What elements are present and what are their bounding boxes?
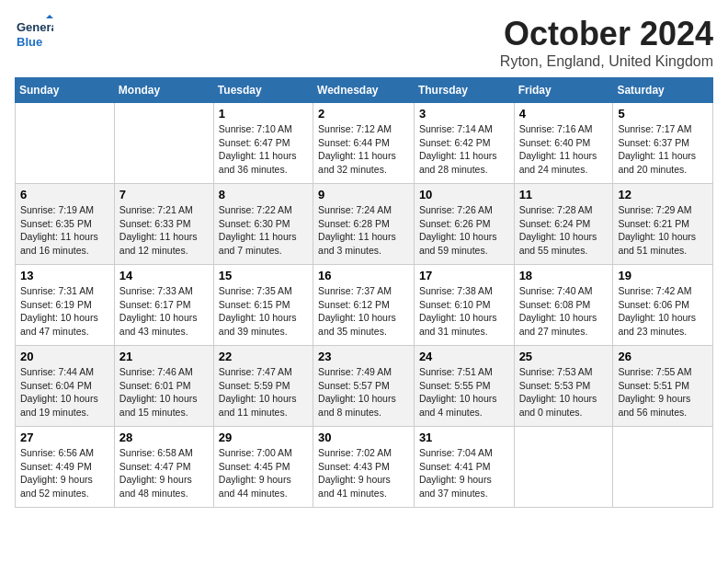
day-info: Sunrise: 7:33 AMSunset: 6:17 PMDaylight:… (119, 285, 198, 337)
day-info: Sunrise: 7:47 AMSunset: 5:59 PMDaylight:… (219, 366, 297, 418)
weekday-header-row: Sunday Monday Tuesday Wednesday Thursday… (16, 78, 713, 103)
day-info: Sunrise: 7:21 AMSunset: 6:33 PMDaylight:… (119, 204, 198, 256)
day-info: Sunrise: 7:14 AMSunset: 6:42 PMDaylight:… (419, 123, 497, 175)
table-cell: 13 Sunrise: 7:31 AMSunset: 6:19 PMDaylig… (16, 265, 115, 346)
table-cell: 26 Sunrise: 7:55 AMSunset: 5:51 PMDaylig… (613, 346, 713, 427)
day-number: 29 (219, 431, 308, 444)
table-cell: 10 Sunrise: 7:26 AMSunset: 6:26 PMDaylig… (414, 184, 514, 265)
day-number: 6 (20, 188, 109, 201)
header-monday: Monday (114, 78, 213, 103)
day-info: Sunrise: 7:40 AMSunset: 6:08 PMDaylight:… (519, 285, 597, 337)
day-number: 17 (419, 269, 509, 282)
table-cell: 9 Sunrise: 7:24 AMSunset: 6:28 PMDayligh… (313, 184, 415, 265)
day-info: Sunrise: 7:37 AMSunset: 6:12 PMDaylight:… (318, 285, 396, 337)
day-number: 28 (119, 431, 209, 444)
table-cell: 23 Sunrise: 7:49 AMSunset: 5:57 PMDaylig… (313, 346, 415, 427)
day-info: Sunrise: 7:49 AMSunset: 5:57 PMDaylight:… (318, 366, 396, 418)
week-row-1: 1 Sunrise: 7:10 AMSunset: 6:47 PMDayligh… (16, 103, 713, 184)
week-row-2: 6 Sunrise: 7:19 AMSunset: 6:35 PMDayligh… (16, 184, 713, 265)
table-cell (16, 103, 115, 184)
day-info: Sunrise: 7:38 AMSunset: 6:10 PMDaylight:… (419, 285, 497, 337)
table-cell: 16 Sunrise: 7:37 AMSunset: 6:12 PMDaylig… (313, 265, 415, 346)
day-number: 12 (618, 188, 708, 201)
day-number: 14 (119, 269, 209, 282)
day-number: 25 (519, 350, 609, 363)
table-cell: 21 Sunrise: 7:46 AMSunset: 6:01 PMDaylig… (114, 346, 213, 427)
table-cell: 29 Sunrise: 7:00 AMSunset: 4:45 PMDaylig… (213, 427, 313, 508)
calendar-table: Sunday Monday Tuesday Wednesday Thursday… (15, 77, 713, 508)
week-row-3: 13 Sunrise: 7:31 AMSunset: 6:19 PMDaylig… (16, 265, 713, 346)
table-cell: 24 Sunrise: 7:51 AMSunset: 5:55 PMDaylig… (414, 346, 514, 427)
week-row-5: 27 Sunrise: 6:56 AMSunset: 4:49 PMDaylig… (16, 427, 713, 508)
day-number: 18 (519, 269, 609, 282)
day-info: Sunrise: 7:53 AMSunset: 5:53 PMDaylight:… (519, 366, 597, 418)
header-saturday: Saturday (613, 78, 713, 103)
day-info: Sunrise: 7:24 AMSunset: 6:28 PMDaylight:… (318, 204, 396, 256)
table-cell (114, 103, 213, 184)
table-cell: 6 Sunrise: 7:19 AMSunset: 6:35 PMDayligh… (16, 184, 115, 265)
day-number: 27 (20, 431, 109, 444)
month-title: October 2024 (500, 15, 713, 53)
day-info: Sunrise: 7:10 AMSunset: 6:47 PMDaylight:… (219, 123, 297, 175)
table-cell: 12 Sunrise: 7:29 AMSunset: 6:21 PMDaylig… (613, 184, 713, 265)
table-cell: 18 Sunrise: 7:40 AMSunset: 6:08 PMDaylig… (514, 265, 613, 346)
day-number: 31 (419, 431, 509, 444)
header-friday: Friday (514, 78, 613, 103)
svg-text:General: General (17, 20, 53, 34)
table-cell: 2 Sunrise: 7:12 AMSunset: 6:44 PMDayligh… (313, 103, 415, 184)
day-info: Sunrise: 7:19 AMSunset: 6:35 PMDaylight:… (20, 204, 98, 256)
day-number: 10 (419, 188, 509, 201)
table-cell: 17 Sunrise: 7:38 AMSunset: 6:10 PMDaylig… (414, 265, 514, 346)
day-info: Sunrise: 7:00 AMSunset: 4:45 PMDaylight:… (219, 447, 292, 499)
header-wednesday: Wednesday (313, 78, 415, 103)
table-cell: 1 Sunrise: 7:10 AMSunset: 6:47 PMDayligh… (213, 103, 313, 184)
day-number: 1 (219, 107, 308, 121)
day-info: Sunrise: 7:31 AMSunset: 6:19 PMDaylight:… (20, 285, 98, 337)
location-title: Ryton, England, United Kingdom (500, 53, 713, 70)
logo: General Blue (15, 15, 55, 53)
day-number: 19 (618, 269, 708, 282)
table-cell: 3 Sunrise: 7:14 AMSunset: 6:42 PMDayligh… (414, 103, 514, 184)
day-number: 20 (20, 350, 109, 363)
day-info: Sunrise: 7:04 AMSunset: 4:41 PMDaylight:… (419, 447, 493, 499)
table-cell: 28 Sunrise: 6:58 AMSunset: 4:47 PMDaylig… (114, 427, 213, 508)
day-info: Sunrise: 7:02 AMSunset: 4:43 PMDaylight:… (318, 447, 392, 499)
header-tuesday: Tuesday (213, 78, 313, 103)
title-block: October 2024 Ryton, England, United King… (500, 15, 713, 70)
table-cell: 7 Sunrise: 7:21 AMSunset: 6:33 PMDayligh… (114, 184, 213, 265)
day-number: 22 (219, 350, 308, 363)
day-info: Sunrise: 7:35 AMSunset: 6:15 PMDaylight:… (219, 285, 297, 337)
table-cell: 31 Sunrise: 7:04 AMSunset: 4:41 PMDaylig… (414, 427, 514, 508)
day-number: 8 (219, 188, 308, 201)
svg-text:Blue: Blue (17, 35, 42, 49)
day-info: Sunrise: 7:46 AMSunset: 6:01 PMDaylight:… (119, 366, 198, 418)
table-cell: 27 Sunrise: 6:56 AMSunset: 4:49 PMDaylig… (16, 427, 115, 508)
table-cell (514, 427, 613, 508)
day-info: Sunrise: 7:26 AMSunset: 6:26 PMDaylight:… (419, 204, 497, 256)
day-info: Sunrise: 7:42 AMSunset: 6:06 PMDaylight:… (618, 285, 696, 337)
table-cell: 15 Sunrise: 7:35 AMSunset: 6:15 PMDaylig… (213, 265, 313, 346)
day-number: 2 (318, 107, 409, 121)
day-info: Sunrise: 6:58 AMSunset: 4:47 PMDaylight:… (119, 447, 193, 499)
day-number: 24 (419, 350, 509, 363)
day-number: 9 (318, 188, 409, 201)
day-number: 23 (318, 350, 409, 363)
day-number: 5 (618, 107, 708, 121)
day-info: Sunrise: 7:16 AMSunset: 6:40 PMDaylight:… (519, 123, 597, 175)
day-info: Sunrise: 6:56 AMSunset: 4:49 PMDaylight:… (20, 447, 94, 499)
table-cell: 4 Sunrise: 7:16 AMSunset: 6:40 PMDayligh… (514, 103, 613, 184)
day-number: 11 (519, 188, 609, 201)
day-number: 26 (618, 350, 708, 363)
day-number: 3 (419, 107, 509, 121)
page-header: General Blue October 2024 Ryton, England… (15, 15, 713, 70)
table-cell: 25 Sunrise: 7:53 AMSunset: 5:53 PMDaylig… (514, 346, 613, 427)
table-cell: 14 Sunrise: 7:33 AMSunset: 6:17 PMDaylig… (114, 265, 213, 346)
table-cell: 20 Sunrise: 7:44 AMSunset: 6:04 PMDaylig… (16, 346, 115, 427)
day-number: 13 (20, 269, 109, 282)
table-cell: 5 Sunrise: 7:17 AMSunset: 6:37 PMDayligh… (613, 103, 713, 184)
day-info: Sunrise: 7:44 AMSunset: 6:04 PMDaylight:… (20, 366, 98, 418)
day-number: 30 (318, 431, 409, 444)
day-number: 16 (318, 269, 409, 282)
day-info: Sunrise: 7:22 AMSunset: 6:30 PMDaylight:… (219, 204, 297, 256)
table-cell: 11 Sunrise: 7:28 AMSunset: 6:24 PMDaylig… (514, 184, 613, 265)
